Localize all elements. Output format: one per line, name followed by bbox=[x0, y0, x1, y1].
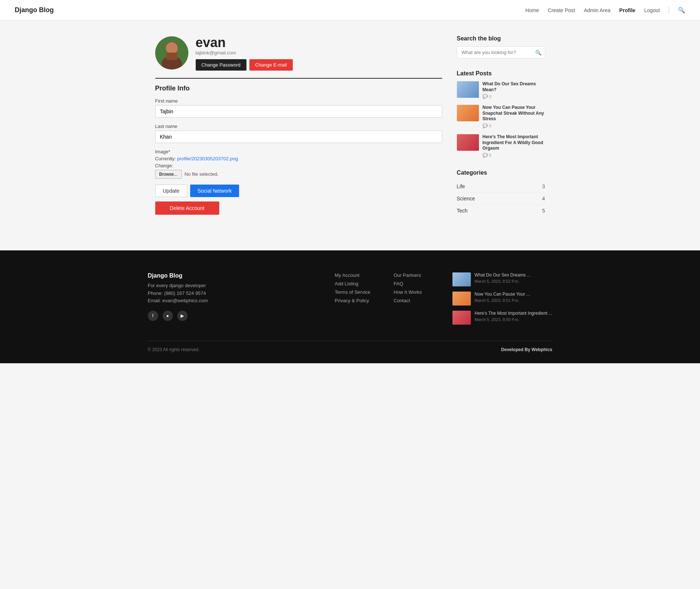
footer-post-title[interactable]: Here's The Most Important Ingredient ... bbox=[475, 311, 552, 317]
list-item: Now You Can Pause Your Snapchat Streak W… bbox=[457, 105, 545, 128]
browse-button[interactable]: Browse... bbox=[155, 170, 182, 179]
post-comments: 💬 0 bbox=[483, 124, 545, 128]
footer-email: Email: evan@webphics.com bbox=[148, 297, 320, 305]
profile-action-buttons: Change Password Change E-mail bbox=[196, 59, 293, 71]
footer-links-col2: Our Partners FAQ How It Works Contact bbox=[394, 272, 438, 330]
profile-header: evan tajbink@gmail.com Change Password C… bbox=[155, 35, 442, 71]
footer-link-faq[interactable]: FAQ bbox=[394, 281, 438, 286]
update-button[interactable]: Update bbox=[155, 185, 187, 197]
search-box: 🔍 bbox=[457, 46, 545, 58]
profile-name-area: evan tajbink@gmail.com Change Password C… bbox=[196, 35, 293, 71]
youtube-icon[interactable]: ▶ bbox=[177, 311, 188, 321]
categories-heading: Categories bbox=[457, 169, 545, 176]
category-name: Life bbox=[457, 183, 465, 189]
categories-list: Life 3 Science 4 Tech 5 bbox=[457, 181, 545, 217]
social-icons: f ● ▶ bbox=[148, 311, 320, 321]
category-name: Tech bbox=[457, 208, 468, 214]
form-buttons: Update Social Network bbox=[155, 185, 442, 197]
delete-account-button[interactable]: Delete Account bbox=[155, 201, 219, 215]
footer-post-thumbnail bbox=[452, 292, 471, 306]
footer-post-info: What Do Our Sex Dreams ... March 5, 2023… bbox=[475, 272, 531, 284]
list-item: What Do Our Sex Dreams ... March 5, 2023… bbox=[452, 272, 552, 286]
footer-links-col1: My Account Add Listing Terms of Service … bbox=[335, 272, 379, 330]
last-name-group: Last name bbox=[155, 124, 442, 143]
post-info: What Do Our Sex Dreams Mean? 💬 0 bbox=[483, 81, 545, 99]
first-name-group: First name bbox=[155, 98, 442, 118]
file-input-row: Browse... No file selected. bbox=[155, 170, 442, 179]
post-comments: 💬 0 bbox=[483, 153, 545, 158]
footer-post-thumbnail bbox=[452, 311, 471, 325]
image-group: Image* Currently: profile/20230305203702… bbox=[155, 149, 442, 179]
footer-phone: Phone: (880) 167 524 9574 bbox=[148, 290, 320, 297]
profile-email: tajbink@gmail.com bbox=[196, 50, 293, 56]
footer-post-date: March 5, 2023, 8:52 P.m. bbox=[475, 279, 531, 283]
instagram-icon[interactable]: ● bbox=[163, 311, 173, 321]
footer-post-date: March 5, 2023, 8:50 P.m. bbox=[475, 317, 552, 322]
header: Django Blog Home Create Post Admin Area … bbox=[0, 0, 700, 21]
change-email-button[interactable]: Change E-mail bbox=[249, 59, 293, 71]
nav-divider bbox=[669, 7, 669, 14]
profile-info-section: Profile Info First name Last name Image*… bbox=[155, 78, 442, 215]
post-info: Now You Can Pause Your Snapchat Streak W… bbox=[483, 105, 545, 128]
post-title[interactable]: Now You Can Pause Your Snapchat Streak W… bbox=[483, 105, 545, 122]
footer-link-how-it-works[interactable]: How It Works bbox=[394, 289, 438, 295]
footer-link-add-listing[interactable]: Add Listing bbox=[335, 281, 379, 286]
left-content: evan tajbink@gmail.com Change Password C… bbox=[155, 35, 442, 228]
footer: Django Blog For every django developer P… bbox=[0, 250, 700, 363]
nav-create-post[interactable]: Create Post bbox=[548, 7, 575, 13]
svg-point-3 bbox=[166, 42, 178, 54]
list-item[interactable]: Science 4 bbox=[457, 193, 545, 205]
search-input[interactable] bbox=[457, 46, 545, 58]
social-network-button[interactable]: Social Network bbox=[190, 185, 239, 197]
right-sidebar: Search the blog 🔍 Latest Posts What Do O… bbox=[457, 35, 545, 228]
list-item[interactable]: Life 3 bbox=[457, 181, 545, 193]
image-current-link[interactable]: profile/20230305203702.png bbox=[177, 156, 238, 161]
comment-icon: 💬 bbox=[483, 94, 488, 99]
nav-home[interactable]: Home bbox=[525, 7, 539, 13]
post-comments: 💬 0 bbox=[483, 94, 545, 99]
footer-link-terms[interactable]: Terms of Service bbox=[335, 289, 379, 295]
image-currently: Currently: profile/20230305203702.png bbox=[155, 156, 442, 161]
footer-link-contact[interactable]: Contact bbox=[394, 298, 438, 303]
footer-post-title[interactable]: Now You Can Pause Your ... bbox=[475, 292, 530, 297]
list-item: What Do Our Sex Dreams Mean? 💬 0 bbox=[457, 81, 545, 99]
footer-link-privacy[interactable]: Privacy & Policy bbox=[335, 298, 379, 303]
avatar bbox=[155, 36, 188, 69]
nav-admin-area[interactable]: Admin Area bbox=[584, 7, 610, 13]
post-title[interactable]: Here's The Most Important Ingredient For… bbox=[483, 134, 545, 151]
last-name-input[interactable] bbox=[155, 131, 442, 143]
copyright-text: © 2023 All rights reserved. bbox=[148, 347, 200, 352]
nav-profile[interactable]: Profile bbox=[619, 7, 636, 13]
footer-link-partners[interactable]: Our Partners bbox=[394, 272, 438, 278]
footer-link-my-account[interactable]: My Account bbox=[335, 272, 379, 278]
first-name-input[interactable] bbox=[155, 105, 442, 118]
category-count: 3 bbox=[542, 183, 545, 189]
image-label: Image* bbox=[155, 149, 442, 154]
post-title[interactable]: What Do Our Sex Dreams Mean? bbox=[483, 81, 545, 93]
post-thumbnail bbox=[457, 105, 479, 121]
footer-posts: What Do Our Sex Dreams ... March 5, 2023… bbox=[452, 272, 552, 330]
footer-bottom: © 2023 All rights reserved. Developed By… bbox=[148, 341, 552, 352]
change-password-button[interactable]: Change Password bbox=[196, 59, 246, 71]
footer-post-date: March 5, 2023, 8:51 P.m. bbox=[475, 298, 530, 303]
no-file-text: No file selected. bbox=[185, 171, 219, 177]
latest-posts-heading: Latest Posts bbox=[457, 70, 545, 77]
footer-inner: Django Blog For every django developer P… bbox=[148, 272, 552, 330]
categories-section: Categories Life 3 Science 4 Tech 5 bbox=[457, 169, 545, 217]
footer-post-info: Here's The Most Important Ingredient ...… bbox=[475, 311, 552, 322]
developed-by: Developed By Webphics bbox=[501, 347, 552, 352]
latest-posts-section: Latest Posts What Do Our Sex Dreams Mean… bbox=[457, 70, 545, 158]
header-search-button[interactable]: 🔍 bbox=[678, 7, 685, 14]
footer-post-thumbnail bbox=[452, 272, 471, 286]
nav-logout[interactable]: Logout bbox=[644, 7, 660, 13]
profile-username: evan bbox=[196, 35, 293, 50]
footer-post-title[interactable]: What Do Our Sex Dreams ... bbox=[475, 272, 531, 278]
main-container: evan tajbink@gmail.com Change Password C… bbox=[148, 35, 552, 228]
footer-tagline: For every django developer bbox=[148, 282, 320, 290]
category-count: 4 bbox=[542, 196, 545, 201]
list-item[interactable]: Tech 5 bbox=[457, 205, 545, 217]
svg-rect-4 bbox=[166, 53, 177, 60]
search-heading: Search the blog bbox=[457, 35, 545, 42]
comment-icon: 💬 bbox=[483, 153, 488, 158]
facebook-icon[interactable]: f bbox=[148, 311, 158, 321]
